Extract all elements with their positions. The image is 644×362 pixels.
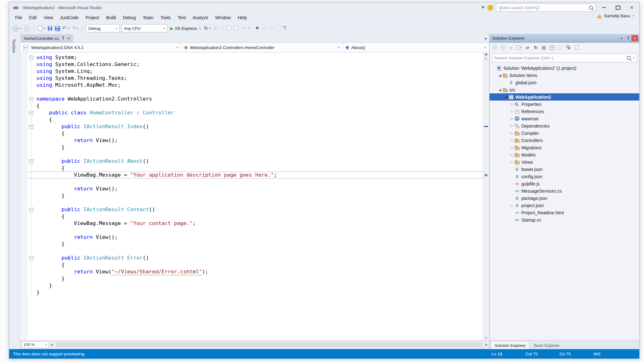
- menu-justcode[interactable]: JustCode: [57, 14, 82, 21]
- new-file-icon[interactable]: ▾: [37, 24, 46, 32]
- code-line[interactable]: public IActionResult Contact(): [28, 206, 483, 213]
- show-all-files-icon[interactable]: [557, 44, 564, 51]
- code-line[interactable]: [28, 89, 483, 96]
- browser-link-icon[interactable]: ☇▾: [213, 24, 219, 32]
- tree-item-package-json[interactable]: package.json: [490, 195, 639, 202]
- tree-item-properties[interactable]: ▷Properties: [490, 101, 639, 108]
- maximize-button[interactable]: [612, 3, 624, 12]
- bookmark-next-icon[interactable]: ⇨: [268, 24, 274, 32]
- breakpoint-margin[interactable]: [20, 52, 28, 340]
- scroll-right-icon[interactable]: ▶: [485, 343, 488, 347]
- menu-edit[interactable]: Edit: [26, 14, 40, 21]
- bookmark-clear-icon[interactable]: [275, 24, 281, 32]
- toolbox-tab[interactable]: Toolbox: [12, 39, 16, 53]
- fold-collapse-icon[interactable]: [28, 96, 35, 102]
- code-line[interactable]: return View();: [28, 137, 483, 144]
- refresh-icon[interactable]: ↻: [532, 44, 539, 51]
- expand-arrow-icon[interactable]: ▷: [509, 131, 514, 135]
- nav-forward-icon[interactable]: ▸: [24, 24, 31, 32]
- code-line[interactable]: ViewBag.Message = "Your contact page.";: [28, 220, 483, 227]
- nav-backward-icon[interactable]: ◂▾: [12, 24, 22, 32]
- scroll-down-icon[interactable]: ▼: [485, 336, 488, 340]
- hscroll-thumb[interactable]: [56, 342, 482, 347]
- code-line[interactable]: namespace WebApplication2.Controllers: [28, 96, 483, 102]
- tree-item-compiler[interactable]: ▷Compiler: [490, 129, 639, 137]
- bookmark-prev-icon[interactable]: ⇦: [261, 24, 267, 32]
- tab-homecontroller[interactable]: HomeController.cs ×: [20, 34, 73, 42]
- scroll-up-icon[interactable]: ▲: [485, 57, 488, 60]
- code-line[interactable]: [28, 227, 483, 234]
- tree-item-migrations[interactable]: ▷Migrations: [490, 144, 639, 151]
- pin-icon[interactable]: [62, 36, 64, 40]
- code-line[interactable]: {: [28, 165, 483, 172]
- menu-view[interactable]: View: [40, 14, 57, 21]
- fold-collapse-icon[interactable]: [28, 54, 35, 61]
- member-dropdown[interactable]: About() ▾: [343, 43, 489, 52]
- code-line[interactable]: public class HomeController : Controller: [28, 109, 483, 116]
- code-line[interactable]: {: [28, 102, 483, 109]
- menu-build[interactable]: Build: [103, 14, 119, 21]
- expand-arrow-icon[interactable]: ▷: [509, 124, 514, 128]
- bottom-tab-solution-explorer[interactable]: Solution Explorer: [491, 341, 529, 349]
- collapse-arrow-icon[interactable]: ◢: [497, 88, 502, 91]
- code-line[interactable]: }: [28, 282, 483, 289]
- fold-collapse-icon[interactable]: [28, 158, 35, 165]
- code-line[interactable]: }: [28, 241, 483, 248]
- refresh-browser-icon[interactable]: ↻▾: [203, 24, 211, 32]
- window-position-icon[interactable]: ▾: [618, 35, 625, 41]
- menu-file[interactable]: File: [12, 14, 26, 21]
- menu-test[interactable]: Test: [174, 14, 189, 21]
- tree-item-views[interactable]: ▷Views: [490, 158, 639, 166]
- tree-item-global-json[interactable]: global.json: [490, 79, 639, 86]
- code-line[interactable]: {: [28, 213, 483, 220]
- tree-item-controllers[interactable]: ▷Controllers: [490, 137, 639, 144]
- fold-collapse-icon[interactable]: [28, 255, 35, 261]
- properties-icon[interactable]: [565, 44, 572, 51]
- document-list-dropdown-icon[interactable]: ▼: [484, 37, 487, 41]
- file-nesting-icon[interactable]: ▤: [540, 44, 547, 51]
- bottom-tab-team-explorer[interactable]: Team Explorer: [530, 342, 563, 349]
- menu-analyze[interactable]: Analyze: [189, 14, 212, 21]
- tree-item-wwwroot[interactable]: ▷wwwroot: [490, 115, 639, 122]
- menu-team[interactable]: Team: [139, 14, 157, 21]
- save-all-icon[interactable]: [54, 24, 60, 32]
- menu-window[interactable]: Window: [212, 14, 234, 21]
- tree-item-solution-webapplication2-1-project[interactable]: Solution 'WebApplication2' (1 project): [490, 64, 639, 72]
- code-line[interactable]: }: [28, 192, 483, 199]
- code-line[interactable]: [28, 248, 483, 255]
- code-line[interactable]: {: [28, 130, 483, 137]
- code-line[interactable]: using Microsoft.AspNet.Mvc;: [28, 82, 483, 89]
- tree-item-bower-json[interactable]: bower.json: [490, 166, 639, 173]
- code-line[interactable]: return View();: [28, 185, 483, 192]
- code-line[interactable]: [28, 178, 483, 185]
- expand-arrow-icon[interactable]: ▷: [509, 117, 514, 120]
- search-options-icon[interactable]: ▾: [633, 57, 635, 59]
- vertical-scrollbar[interactable]: ✚ ▲ ▼: [483, 52, 489, 340]
- save-icon[interactable]: [47, 24, 53, 32]
- tree-item-webapplication2[interactable]: ◢WebApplication2: [490, 93, 639, 101]
- splitter-grip-icon[interactable]: ✚: [484, 53, 487, 57]
- notifications-flag-icon[interactable]: ⚑: [481, 5, 485, 10]
- close-button[interactable]: ×: [626, 3, 637, 12]
- code-line[interactable]: public IActionResult Error(): [28, 255, 483, 261]
- collapse-arrow-icon[interactable]: ◢: [497, 74, 502, 77]
- code-line[interactable]: using System;: [28, 54, 483, 61]
- menu-project[interactable]: Project: [82, 14, 103, 21]
- code-line[interactable]: using System.Collections.Generic;: [28, 61, 483, 68]
- redo-icon[interactable]: ↷▾: [71, 24, 79, 32]
- menu-help[interactable]: Help: [234, 14, 250, 21]
- tab-close-icon[interactable]: ×: [67, 36, 70, 41]
- solution-explorer-search[interactable]: Search Solution Explorer (Ctrl+;) ▾: [492, 54, 637, 62]
- project-dropdown[interactable]: WebApplication2.DNX 4.5.1 ▾: [20, 43, 181, 52]
- close-panel-icon[interactable]: ×: [631, 35, 638, 41]
- code-line[interactable]: public IActionResult About(): [28, 158, 483, 165]
- pin-icon[interactable]: [625, 35, 631, 41]
- indent-icon[interactable]: ⇥: [241, 24, 246, 32]
- preview-selected-items-icon[interactable]: [573, 44, 580, 51]
- expand-arrow-icon[interactable]: ▷: [509, 204, 514, 207]
- expand-arrow-icon[interactable]: ▷: [509, 146, 514, 149]
- code-line[interactable]: [28, 151, 483, 158]
- se-back-icon[interactable]: ◂: [491, 44, 498, 51]
- expand-arrow-icon[interactable]: ▷: [509, 160, 514, 164]
- comment-icon[interactable]: [226, 24, 232, 32]
